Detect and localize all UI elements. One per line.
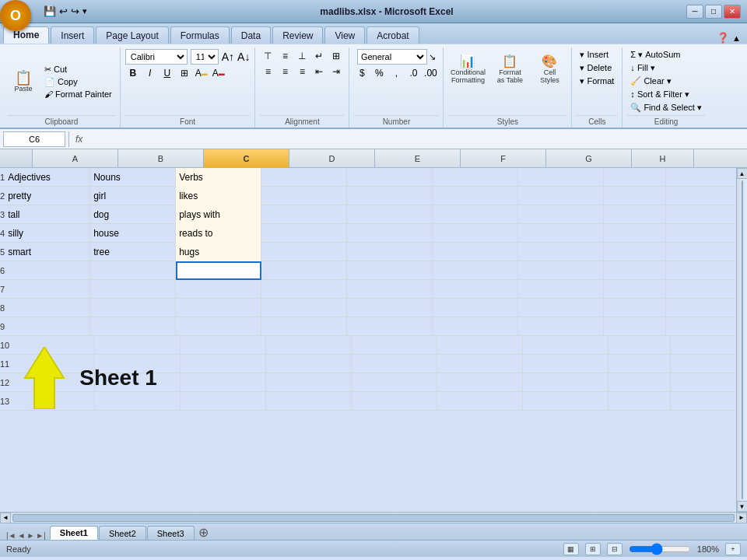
border-button[interactable]: ⊞ [177, 66, 192, 80]
cell-g4[interactable] [518, 224, 604, 243]
cell-c12[interactable] [181, 373, 266, 392]
cell-d3[interactable] [261, 205, 347, 224]
cell-e4[interactable] [347, 224, 433, 243]
tab-data[interactable]: Data [231, 26, 271, 44]
scroll-up-button[interactable]: ▲ [737, 168, 748, 179]
zoom-in-button[interactable]: + [725, 543, 741, 555]
number-format-select[interactable]: General [357, 49, 427, 65]
tab-formulas[interactable]: Formulas [170, 26, 230, 44]
insert-button[interactable]: ▾ Insert [577, 49, 617, 61]
cell-g3[interactable] [518, 205, 604, 224]
col-header-c[interactable]: C [204, 149, 289, 168]
cell-g1[interactable] [518, 168, 604, 187]
sort-filter-button[interactable]: ↕ Sort & Filter ▾ [627, 89, 705, 100]
corner-cell[interactable] [0, 149, 33, 167]
italic-button[interactable]: I [142, 66, 158, 80]
cell-h7[interactable] [604, 280, 666, 299]
last-sheet-button[interactable]: ►| [36, 531, 46, 540]
cell-h10[interactable] [608, 336, 671, 355]
minimize-button[interactable]: ─ [686, 5, 703, 19]
delete-button[interactable]: ▾ Delete [577, 62, 617, 74]
undo-icon[interactable]: ↩ [59, 5, 68, 17]
align-top-button[interactable]: ⊤ [260, 49, 275, 63]
cell-g7[interactable] [518, 280, 604, 299]
cell-f7[interactable] [433, 280, 518, 299]
cell-c5[interactable]: hugs [176, 243, 261, 261]
cell-b8[interactable] [90, 299, 176, 317]
scroll-thumb[interactable] [742, 180, 743, 499]
cell-b6[interactable] [90, 261, 176, 280]
restore-button[interactable]: □ [705, 5, 722, 19]
save-icon[interactable]: 💾 [44, 5, 56, 17]
cell-f2[interactable] [433, 187, 518, 205]
align-middle-button[interactable]: ≡ [277, 49, 293, 63]
row-num-10[interactable]: 10 [0, 336, 9, 355]
cut-button[interactable]: ✂ Cut [41, 64, 115, 75]
zoom-slider[interactable] [629, 545, 691, 553]
cell-d11[interactable] [266, 355, 352, 373]
cell-h8[interactable] [604, 299, 666, 317]
cell-e11[interactable] [352, 355, 437, 373]
ribbon-minimize-icon[interactable]: ▲ [732, 33, 741, 43]
tab-page-layout[interactable]: Page Layout [96, 26, 168, 44]
prev-sheet-button[interactable]: ◄ [18, 531, 26, 540]
format-as-table-button[interactable]: 📋 Formatas Table [490, 52, 529, 86]
col-header-f[interactable]: F [461, 149, 546, 168]
cell-h12[interactable] [608, 373, 671, 392]
cell-b1[interactable]: Nouns [90, 168, 176, 187]
cell-d13[interactable] [266, 392, 352, 411]
cell-e7[interactable] [347, 280, 433, 299]
cell-c1[interactable]: Verbs [176, 168, 261, 187]
cell-h13[interactable] [608, 392, 671, 411]
cell-d4[interactable] [261, 224, 347, 243]
autosum-button[interactable]: Σ ▾ AutoSum [627, 49, 705, 61]
cell-b2[interactable]: girl [90, 187, 176, 205]
page-break-view-button[interactable]: ⊟ [607, 543, 622, 555]
percent-button[interactable]: % [371, 66, 387, 80]
format-button[interactable]: ▾ Format [577, 75, 617, 87]
cell-e5[interactable] [347, 243, 433, 261]
col-header-e[interactable]: E [375, 149, 461, 168]
comma-button[interactable]: , [388, 66, 404, 80]
merge-button[interactable]: ⊞ [328, 49, 344, 63]
col-header-a[interactable]: A [33, 149, 118, 168]
cell-d1[interactable] [261, 168, 347, 187]
wrap-text-button[interactable]: ↵ [311, 49, 327, 63]
tab-acrobat[interactable]: Acrobat [366, 26, 419, 44]
cell-g6[interactable] [518, 261, 604, 280]
help-icon[interactable]: ❓ [717, 32, 729, 44]
cell-f8[interactable] [433, 299, 518, 317]
scroll-down-button[interactable]: ▼ [737, 501, 748, 512]
cell-a11[interactable]: Sheet 1 [9, 355, 95, 373]
normal-view-button[interactable]: ▦ [563, 543, 579, 555]
name-box[interactable] [3, 131, 65, 147]
cell-d5[interactable] [261, 243, 347, 261]
row-num-12[interactable]: 12 [0, 373, 9, 392]
cell-g9[interactable] [518, 317, 604, 336]
increase-font-icon[interactable]: A↑ [222, 51, 234, 63]
cell-f4[interactable] [433, 224, 518, 243]
cell-f1[interactable] [433, 168, 518, 187]
row-num-11[interactable]: 11 [0, 355, 9, 373]
col-header-h[interactable]: H [632, 149, 694, 168]
cell-f13[interactable] [437, 392, 523, 411]
cell-a8[interactable] [5, 299, 90, 317]
paste-button[interactable]: 📋 Paste [8, 69, 39, 94]
cell-e3[interactable] [347, 205, 433, 224]
increase-decimal-button[interactable]: .00 [423, 66, 438, 80]
cell-c8[interactable] [176, 299, 261, 317]
cell-a2[interactable]: pretty [5, 187, 90, 205]
tab-review[interactable]: Review [272, 26, 323, 44]
cell-g2[interactable] [518, 187, 604, 205]
cell-a4[interactable]: silly [5, 224, 90, 243]
decrease-font-icon[interactable]: A↓ [237, 51, 250, 63]
cell-styles-button[interactable]: 🎨 CellStyles [532, 52, 566, 86]
cell-f3[interactable] [433, 205, 518, 224]
cell-e12[interactable] [352, 373, 437, 392]
col-header-g[interactable]: G [546, 149, 632, 168]
cell-d10[interactable] [266, 336, 352, 355]
cell-d12[interactable] [266, 373, 352, 392]
cell-c6[interactable] [176, 261, 261, 280]
cell-b4[interactable]: house [90, 224, 176, 243]
cell-b5[interactable]: tree [90, 243, 176, 261]
